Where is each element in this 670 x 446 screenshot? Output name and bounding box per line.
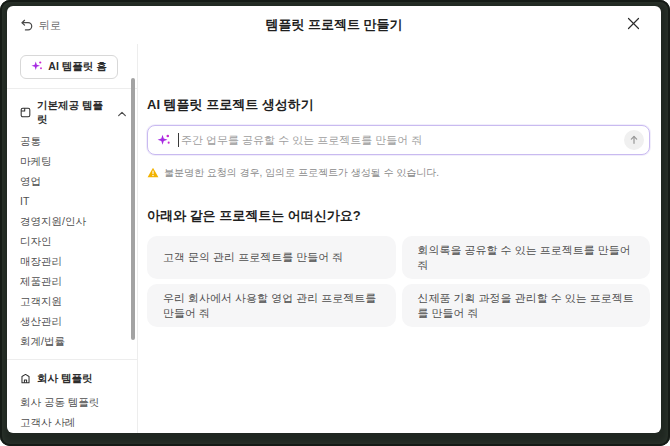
warning-icon (147, 164, 159, 182)
ai-template-home-button[interactable]: AI 템플릿 홈 (20, 55, 118, 79)
warning-text: 불분명한 요청의 경우, 임의로 프로젝트가 생성될 수 있습니다. (164, 166, 439, 180)
sidebar-item-company-common[interactable]: 회사 공동 템플릿 (7, 392, 137, 412)
sidebar-scrollbar[interactable] (131, 78, 135, 340)
suggestion-card-meeting-notes[interactable]: 회의록을 공유할 수 있는 프로젝트를 만들어 줘 (402, 236, 651, 279)
sidebar-item-communication[interactable]: 소통/협업 (7, 432, 137, 433)
modal-header: 뒤로 템플릿 프로젝트 만들기 (7, 6, 661, 44)
suggestion-cards: 고객 문의 관리 프로젝트를 만들어 줘 회의록을 공유할 수 있는 프로젝트를… (147, 236, 650, 327)
back-button[interactable]: 뒤로 (20, 18, 61, 33)
sidebar-item-it[interactable]: IT (7, 191, 137, 211)
suggestions-heading: 아래와 같은 프로젝트는 어떠신가요? (147, 207, 650, 225)
modal-title: 템플릿 프로젝트 만들기 (7, 16, 661, 34)
text-cursor (178, 133, 179, 147)
warning-row: 불분명한 요청의 경우, 임의로 프로젝트가 생성될 수 있습니다. (147, 164, 650, 182)
ai-template-home-label: AI 템플릿 홈 (48, 60, 106, 74)
modal-body: AI 템플릿 홈 기본제공 템플릿 (7, 44, 661, 433)
template-sheet-icon (20, 104, 31, 122)
ai-prompt-input[interactable] (181, 134, 624, 146)
sidebar-item-marketing[interactable]: 마케팅 (7, 151, 137, 171)
template-project-modal: 뒤로 템플릿 프로젝트 만들기 (7, 6, 661, 433)
sidebar-section-company-label: 회사 템플릿 (37, 372, 127, 386)
ai-sparkle-icon (31, 60, 43, 74)
main-panel: AI 템플릿 프로젝트 생성하기 (138, 44, 661, 433)
chevron-up-icon (117, 104, 127, 122)
sidebar-section-company-header[interactable]: 회사 템플릿 (7, 360, 137, 392)
sidebar-item-production[interactable]: 생산관리 (7, 311, 137, 331)
suggestion-card-sales-management[interactable]: 우리 회사에서 사용할 영업 관리 프로젝트를 만들어 줘 (147, 284, 396, 327)
back-button-label: 뒤로 (39, 18, 61, 33)
send-button[interactable] (624, 130, 644, 150)
ai-sparkle-icon (157, 133, 171, 147)
suggestion-card-product-planning[interactable]: 신제품 기획 과정을 관리할 수 있는 프로젝트를 만들어 줘 (402, 284, 651, 327)
sidebar-item-store[interactable]: 매장관리 (7, 251, 137, 271)
sidebar-item-management[interactable]: 경영지원/인사 (7, 211, 137, 231)
sidebar-section-builtin-label: 기본제공 템플릿 (37, 99, 111, 127)
sidebar-section-builtin-header[interactable]: 기본제공 템플릿 (7, 89, 137, 131)
template-sidebar: AI 템플릿 홈 기본제공 템플릿 (7, 44, 138, 433)
sidebar-item-client-cases[interactable]: 고객사 사례 (7, 412, 137, 432)
suggestion-card-customer-inquiry[interactable]: 고객 문의 관리 프로젝트를 만들어 줘 (147, 236, 396, 279)
sidebar-item-product[interactable]: 제품관리 (7, 271, 137, 291)
building-icon (20, 370, 31, 388)
sidebar-item-common[interactable]: 공통 (7, 131, 137, 151)
sidebar-item-design[interactable]: 디자인 (7, 231, 137, 251)
sidebar-item-support[interactable]: 고객지원 (7, 291, 137, 311)
sidebar-item-accounting[interactable]: 회계/법률 (7, 331, 137, 351)
close-icon (627, 16, 640, 34)
screenshot-stage: 뒤로 템플릿 프로젝트 만들기 (0, 0, 670, 446)
generate-heading: AI 템플릿 프로젝트 생성하기 (147, 96, 650, 114)
undo-arrow-icon (20, 18, 34, 32)
ai-prompt-box (147, 125, 650, 155)
close-button[interactable] (623, 15, 643, 35)
arrow-up-icon (629, 131, 639, 149)
sidebar-item-sales[interactable]: 영업 (7, 171, 137, 191)
